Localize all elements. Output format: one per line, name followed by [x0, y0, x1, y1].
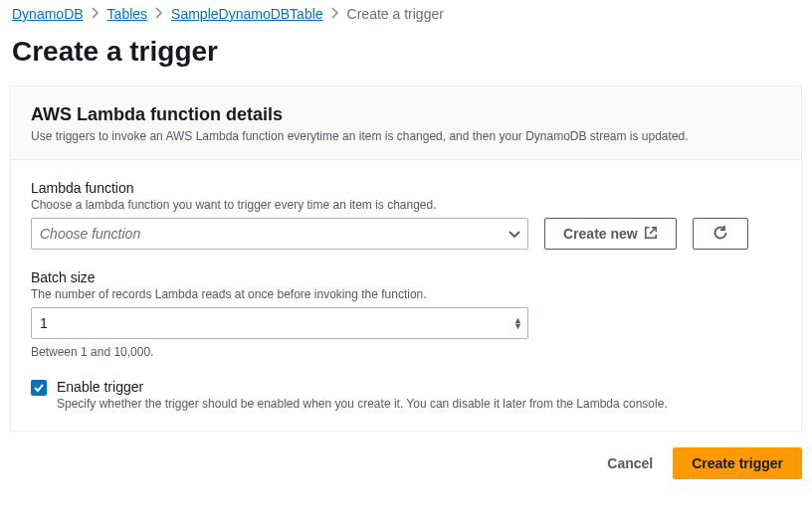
breadcrumb-link-table-name[interactable]: SampleDynamoDBTable — [171, 6, 323, 22]
panel-lambda-details: AWS Lambda function details Use triggers… — [10, 86, 802, 432]
field-lambda-function: Lambda function Choose a lambda function… — [31, 180, 781, 250]
panel-body: Lambda function Choose a lambda function… — [11, 160, 801, 431]
field-label: Batch size — [31, 269, 781, 285]
chevron-right-icon — [155, 6, 163, 22]
panel-title: AWS Lambda function details — [31, 104, 781, 125]
refresh-icon — [712, 225, 728, 244]
cancel-button[interactable]: Cancel — [599, 447, 661, 479]
check-icon — [33, 382, 45, 394]
lambda-function-select[interactable] — [31, 218, 528, 250]
breadcrumb: DynamoDB Tables SampleDynamoDBTable Crea… — [0, 0, 812, 28]
external-link-icon — [644, 226, 658, 243]
checkbox-label: Enable trigger — [57, 379, 668, 395]
field-description: The number of records Lambda reads at on… — [31, 287, 781, 301]
field-label: Lambda function — [31, 180, 781, 196]
page-title: Create a trigger — [0, 28, 812, 86]
field-description: Choose a lambda function you want to tri… — [31, 198, 781, 212]
chevron-right-icon — [92, 6, 100, 22]
checkbox-content: Enable trigger Specify whether the trigg… — [57, 379, 668, 411]
panel-description: Use triggers to invoke an AWS Lambda fun… — [31, 129, 781, 143]
breadcrumb-current: Create a trigger — [347, 6, 444, 22]
checkbox-description: Specify whether the trigger should be en… — [57, 397, 668, 411]
breadcrumb-link-dynamodb[interactable]: DynamoDB — [12, 6, 84, 22]
field-hint: Between 1 and 10,000. — [31, 345, 781, 359]
create-new-button[interactable]: Create new — [544, 218, 677, 250]
chevron-right-icon — [331, 6, 339, 22]
enable-trigger-checkbox[interactable] — [31, 380, 47, 396]
create-trigger-button[interactable]: Create trigger — [673, 447, 802, 479]
panel-header: AWS Lambda function details Use triggers… — [11, 87, 801, 160]
breadcrumb-link-tables[interactable]: Tables — [107, 6, 147, 22]
field-enable-trigger: Enable trigger Specify whether the trigg… — [31, 379, 781, 411]
batch-size-input-wrapper: ▲▼ — [31, 307, 528, 339]
spinner-icon[interactable]: ▲▼ — [513, 317, 522, 329]
create-new-label: Create new — [563, 226, 638, 242]
refresh-button[interactable] — [693, 218, 748, 250]
field-batch-size: Batch size The number of records Lambda … — [31, 269, 781, 359]
footer-actions: Cancel Create trigger — [0, 447, 812, 491]
lambda-function-input[interactable] — [31, 218, 528, 250]
batch-size-input[interactable] — [31, 307, 528, 339]
